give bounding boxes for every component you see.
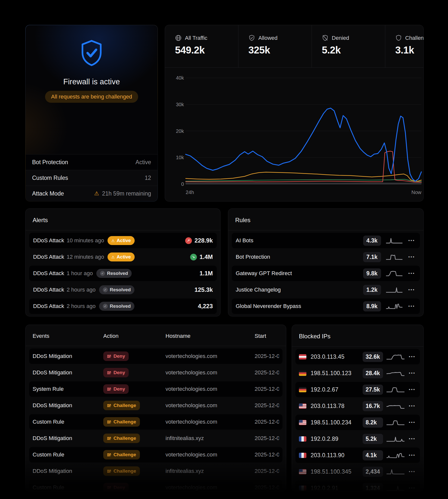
event-row[interactable]: DDoS MitigationChallengeinfitnitealias.x… (29, 431, 282, 446)
custom-rules-row[interactable]: Custom Rules 12 (26, 170, 158, 186)
ip-sparkline (387, 452, 404, 459)
rule-row[interactable]: AI Bots 4.3k ••• (232, 233, 420, 248)
more-menu-button[interactable]: ••• (407, 238, 416, 243)
blocked-ip-row[interactable]: 198.51.100.2348.2k••• (295, 415, 420, 430)
event-row[interactable]: DDoS MitigationChallengevotertechologies… (29, 398, 282, 413)
event-row[interactable]: Custom RuleDenyvotertechologies.com2025-… (29, 480, 282, 492)
event-start-time: 2025-12-0 (255, 402, 279, 409)
stat-label: Denied (332, 35, 349, 41)
firewall-status-title: Firewall is active (26, 77, 158, 86)
rule-row[interactable]: Justice Changelog 1.2k ••• (232, 282, 420, 298)
svg-text:24h: 24h (186, 190, 194, 195)
blocked-ip-row[interactable]: 198.51.100.12328.4k••• (295, 365, 420, 381)
stat-challenged[interactable]: Challenged 3.1k (385, 25, 423, 67)
ip-sparkline (387, 419, 404, 426)
event-row[interactable]: Custom RuleChallengevotertechologies.com… (29, 447, 282, 462)
ip-sparkline (387, 386, 404, 393)
status-label: Active (117, 238, 131, 243)
stat-allowed[interactable]: Allowed 325k (238, 25, 312, 67)
more-menu-button[interactable]: ••• (408, 403, 416, 408)
firewall-icon (107, 354, 111, 358)
more-menu-button[interactable]: ••• (407, 254, 416, 259)
check-icon: ✓ (103, 287, 108, 292)
event-start-time: 2025-12-0 (255, 353, 279, 359)
resolved-status-badge: ✓Resolved (96, 269, 132, 278)
alert-row[interactable]: DDoS Attack 2 hours ago ✓Resolved 125.3k (29, 282, 217, 298)
blocked-ip-row[interactable]: 192.0.2.895.2k••• (295, 431, 420, 447)
ip-sparkline (387, 468, 404, 475)
event-hostname: votertechologies.com (166, 451, 255, 458)
alert-value: 4,223 (198, 303, 213, 310)
more-menu-button[interactable]: ••• (408, 469, 416, 474)
rule-row[interactable]: Bot Protection 7.1k ••• (232, 249, 420, 265)
action-label: Deny (113, 386, 125, 392)
alert-row[interactable]: DDoS Attack 12 minutes ago ⚠Active ↘ 1.4… (29, 249, 217, 265)
ip-sparkline (387, 370, 404, 377)
stat-all-traffic[interactable]: All Traffic 549.2k (165, 25, 238, 67)
attack-mode-row[interactable]: Attack Mode ⚠ 21h 59m remaining (26, 186, 158, 201)
rule-row[interactable]: Gateway GPT Redirect 9.8k ••• (232, 266, 420, 281)
blocked-ip-count: 32.6k (363, 352, 383, 362)
more-menu-button[interactable]: ••• (408, 354, 416, 359)
events-table-header: Events Action Hostname Start (26, 325, 286, 346)
blocked-ip-count: 2,434 (363, 467, 383, 477)
more-menu-button[interactable]: ••• (408, 420, 416, 425)
rules-title: Rules (228, 209, 423, 230)
alert-title: DDoS Attack (33, 270, 64, 277)
stat-denied[interactable]: Denied 5.2k (312, 25, 385, 67)
blocked-ip-row[interactable]: 203.0.113.7816.7k••• (295, 398, 420, 414)
alert-row[interactable]: DDoS Attack 2 hours ago ✓Resolved 4,223 (29, 299, 217, 314)
action-badge-challenge: Challenge (103, 434, 140, 443)
more-menu-button[interactable]: ••• (407, 287, 416, 292)
event-row[interactable]: System RuleDenyvotertechologies.com2025-… (29, 381, 282, 397)
event-row[interactable]: DDoS MitigationDenyvotertechologies.com2… (29, 365, 282, 380)
column-header-start: Start (255, 333, 279, 339)
traffic-chart-svg: 010k20k30k40k24hNow (165, 68, 423, 201)
blocked-ip-count: 27.5k (363, 385, 383, 395)
trend-up-icon: ↗ (185, 237, 192, 244)
event-name: DDoS Mitigation (33, 353, 103, 359)
stat-value: 3.1k (395, 45, 423, 56)
event-row[interactable]: Custom RuleChallengevotertechologies.com… (29, 414, 282, 430)
blocked-ip-row[interactable]: 192.0.2.6727.5k••• (295, 382, 420, 397)
blocked-ip-address: 192.0.2.67 (311, 386, 338, 393)
rule-sparkline (386, 270, 402, 277)
blocked-ip-row[interactable]: 203.0.113.904.1k••• (295, 448, 420, 463)
rule-row[interactable]: Global Neverender Bypass 8.9k ••• (232, 299, 420, 314)
event-start-time: 2025-12-0 (255, 451, 279, 458)
event-hostname: infitnitealias.xyz (166, 435, 255, 442)
alert-row[interactable]: DDoS Attack 1 hour ago ✓Resolved 1.1M (29, 266, 217, 281)
alerts-panel: Alerts DDoS Attack 10 minutes ago ⚠Activ… (25, 208, 221, 316)
more-menu-button[interactable]: ••• (407, 271, 416, 276)
blocked-ip-row[interactable]: 203.0.113.4532.6k••• (295, 349, 420, 364)
more-menu-button[interactable]: ••• (408, 387, 416, 392)
alert-row[interactable]: DDoS Attack 10 minutes ago ⚠Active ↗ 228… (29, 233, 217, 248)
trend-down-icon: ↘ (190, 254, 197, 260)
shield-check-icon (78, 40, 105, 66)
svg-text:20k: 20k (176, 128, 184, 134)
more-menu-button[interactable]: ••• (408, 453, 416, 458)
shield-off-icon (322, 35, 329, 41)
blocked-ip-row[interactable]: 192.0.2.911,324••• (295, 480, 420, 492)
column-header-events: Events (33, 333, 103, 339)
bot-protection-row[interactable]: Bot Protection Active (26, 154, 158, 170)
blocked-ip-row[interactable]: 198.51.100.3452,434••• (295, 464, 420, 479)
action-label: Challenge (113, 452, 136, 457)
rule-count: 4.3k (363, 236, 381, 246)
rule-count: 7.1k (363, 252, 381, 262)
event-hostname: votertechologies.com (166, 353, 255, 359)
flag-germany-icon (299, 371, 306, 376)
more-menu-button[interactable]: ••• (408, 371, 416, 376)
rule-sparkline (386, 303, 402, 310)
event-row[interactable]: DDoS MitigationDenyvotertechologies.com2… (29, 349, 282, 364)
alert-time: 2 hours ago (67, 287, 96, 293)
event-row[interactable]: DDoS MitigationChallengeinfitnitealias.x… (29, 463, 282, 479)
more-menu-button[interactable]: ••• (407, 304, 416, 309)
more-menu-button[interactable]: ••• (408, 436, 416, 441)
more-menu-button[interactable]: ••• (408, 486, 416, 491)
blocked-ip-address: 192.0.2.91 (311, 485, 338, 492)
alert-title: DDoS Attack (33, 237, 64, 244)
svg-text:30k: 30k (176, 102, 184, 107)
custom-rules-value: 12 (145, 175, 151, 181)
blocked-ips-panel: Blocked IPs 203.0.113.4532.6k•••198.51.1… (292, 325, 424, 492)
